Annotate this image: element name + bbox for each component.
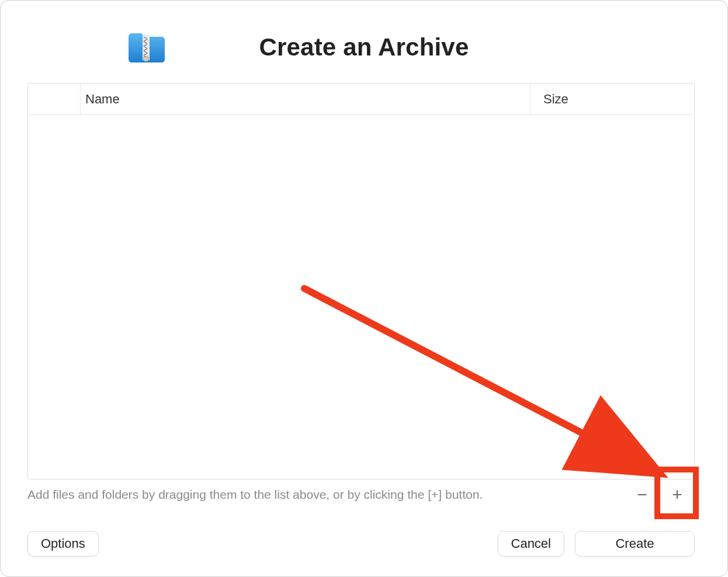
add-remove-group: − + bbox=[625, 482, 695, 507]
dialog-header: Create an Archive bbox=[1, 1, 727, 82]
dialog-window: Create an Archive Name Size Add files an… bbox=[0, 0, 728, 577]
file-list-table: Name Size bbox=[27, 83, 695, 479]
column-header-size-label: Size bbox=[543, 92, 568, 107]
column-header-size[interactable]: Size bbox=[531, 84, 694, 114]
dialog-footer: Options Cancel Create bbox=[27, 529, 695, 559]
options-button[interactable]: Options bbox=[27, 531, 99, 557]
hint-text: Add files and folders by dragging them t… bbox=[27, 488, 625, 502]
table-header-row: Name Size bbox=[28, 84, 694, 115]
plus-icon: + bbox=[672, 486, 682, 503]
dialog-title: Create an Archive bbox=[1, 33, 727, 61]
column-header-name-label: Name bbox=[85, 92, 120, 107]
create-button[interactable]: Create bbox=[575, 531, 695, 557]
cancel-button[interactable]: Cancel bbox=[498, 531, 564, 557]
add-button[interactable]: + bbox=[660, 482, 695, 507]
column-handle[interactable] bbox=[28, 84, 81, 114]
hint-row: Add files and folders by dragging them t… bbox=[27, 482, 695, 508]
minus-icon: − bbox=[637, 486, 647, 503]
remove-button[interactable]: − bbox=[625, 482, 660, 507]
file-list-body[interactable] bbox=[28, 115, 694, 479]
column-header-name[interactable]: Name bbox=[81, 84, 531, 114]
